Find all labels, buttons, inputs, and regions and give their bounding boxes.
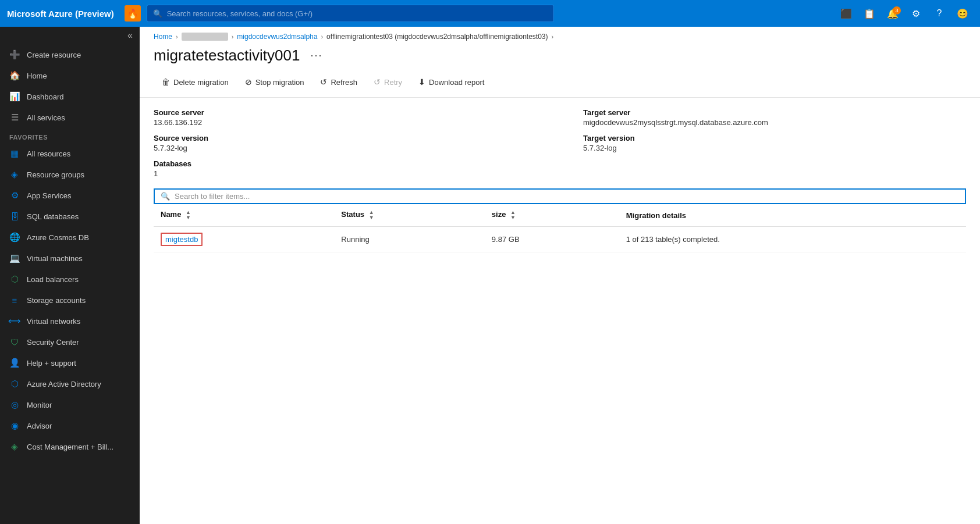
breadcrumb-sep-4: › [552, 33, 554, 40]
cloud-shell-button[interactable]: ⬛ [836, 3, 857, 24]
sidebar-item-cosmos-db[interactable]: 🌐Azure Cosmos DB [0, 227, 140, 248]
stop-icon: ⊘ [245, 77, 252, 87]
help-support-icon: 👤 [9, 358, 20, 368]
more-options-button[interactable]: ··· [307, 48, 326, 63]
breadcrumb-sep-3: › [321, 33, 323, 40]
source-server-label: Source server [154, 108, 537, 117]
sidebar-item-cost-management[interactable]: ◈Cost Management + Bill... [0, 436, 140, 457]
table-cell-size: 9.87 GB [485, 227, 619, 252]
sidebar-section-favorites-label: FAVORITES [0, 128, 140, 143]
retry-button[interactable]: ↺ Retry [365, 74, 410, 90]
breadcrumb-home[interactable]: Home [154, 33, 172, 41]
target-server-label: Target server [583, 108, 966, 117]
virtual-machines-icon: 💻 [9, 253, 20, 263]
search-input[interactable] [167, 9, 548, 18]
breadcrumb-sep-1: › [176, 33, 178, 40]
filter-search-icon: 🔍 [161, 192, 170, 201]
sort-name-icon: ▲▼ [186, 210, 191, 220]
sidebar-item-label-all-resources: All resources [27, 149, 70, 158]
refresh-icon: ↺ [320, 77, 327, 87]
sidebar-item-label-load-balancers: Load balancers [27, 275, 79, 284]
db-name-link[interactable]: migtestdb [161, 233, 203, 246]
breadcrumb-migration-test[interactable]: offlinemigrationtest03 (migdocdevwus2dms… [326, 33, 548, 41]
home-icon: 🏠 [9, 70, 20, 81]
delete-migration-button[interactable]: 🗑 Delete migration [154, 74, 237, 90]
search-icon: 🔍 [153, 9, 162, 18]
security-center-icon: 🛡 [9, 337, 20, 347]
target-version-label: Target version [583, 134, 966, 142]
directory-button[interactable]: 📋 [859, 3, 880, 24]
databases-field: Databases 1 [154, 159, 537, 178]
sidebar-item-resource-groups[interactable]: ◈Resource groups [0, 164, 140, 185]
sidebar-item-dashboard[interactable]: 📊Dashboard [0, 86, 140, 107]
sql-databases-icon: 🗄 [9, 211, 20, 222]
download-report-button[interactable]: ⬇ Download report [410, 74, 492, 90]
sidebar-item-security-center[interactable]: 🛡Security Center [0, 331, 140, 352]
source-version-value: 5.7.32-log [154, 144, 537, 152]
main-layout: « ➕Create resource🏠Home📊Dashboard☰All se… [0, 27, 980, 524]
sidebar-item-virtual-networks[interactable]: ⟺Virtual networks [0, 311, 140, 331]
sidebar-item-home[interactable]: 🏠Home [0, 65, 140, 86]
col-status[interactable]: Status ▲▼ [334, 204, 485, 227]
all-services-icon: ☰ [9, 112, 20, 123]
data-table: Name ▲▼ Status ▲▼ size ▲▼ Migration de [154, 204, 966, 252]
sidebar-item-label-virtual-networks: Virtual networks [27, 317, 80, 326]
breadcrumb-blurred[interactable] [182, 33, 228, 41]
load-balancers-icon: ⬡ [9, 274, 20, 284]
info-section: Source server 13.66.136.192 Target serve… [140, 98, 980, 188]
sidebar-item-label-azure-ad: Azure Active Directory [27, 380, 101, 388]
resource-groups-icon: ◈ [9, 169, 20, 180]
sidebar-item-azure-ad[interactable]: ⬡Azure Active Directory [0, 373, 140, 394]
page-header: migratetestactivity001 ··· [140, 41, 980, 74]
sidebar-item-sql-databases[interactable]: 🗄SQL databases [0, 206, 140, 227]
sidebar-item-storage-accounts[interactable]: ≡Storage accounts [0, 290, 140, 311]
sidebar-item-app-services[interactable]: ⚙App Services [0, 185, 140, 206]
sidebar-item-label-monitor: Monitor [27, 401, 52, 409]
account-button[interactable]: 😊 [952, 3, 973, 24]
notifications-button[interactable]: 🔔 3 [882, 3, 903, 24]
sidebar-item-label-cosmos-db: Azure Cosmos DB [27, 233, 89, 242]
col-size[interactable]: size ▲▼ [485, 204, 619, 227]
sidebar-item-monitor[interactable]: ◎Monitor [0, 394, 140, 415]
filter-input[interactable] [175, 192, 959, 201]
sidebar-item-label-create-resource: Create resource [27, 51, 81, 59]
search-bar[interactable]: 🔍 [147, 5, 554, 22]
content-area: Home › › migdocdevwus2dmsalpha › offline… [140, 27, 980, 524]
topbar-actions: ⬛ 📋 🔔 3 ⚙ ? 😊 [836, 3, 973, 24]
toolbar: 🗑 Delete migration ⊘ Stop migration ↺ Re… [140, 74, 980, 98]
filter-bar[interactable]: 🔍 [154, 188, 966, 204]
col-name[interactable]: Name ▲▼ [154, 204, 334, 227]
sidebar-collapse-button[interactable]: « [0, 27, 140, 44]
sidebar-item-create-resource[interactable]: ➕Create resource [0, 44, 140, 65]
all-resources-icon: ▦ [9, 148, 20, 159]
cost-management-icon: ◈ [9, 441, 20, 452]
sidebar-item-help-support[interactable]: 👤Help + support [0, 352, 140, 373]
azure-ad-icon: ⬡ [9, 379, 20, 389]
help-button[interactable]: ? [929, 3, 950, 24]
table-cell-migration-details: 1 of 213 table(s) completed. [619, 227, 966, 252]
sidebar-item-label-home: Home [27, 72, 47, 80]
dashboard-icon: 📊 [9, 91, 20, 102]
sidebar-item-all-services[interactable]: ☰All services [0, 107, 140, 128]
create-resource-icon: ➕ [9, 49, 20, 60]
virtual-networks-icon: ⟺ [9, 316, 20, 326]
sidebar-item-advisor[interactable]: ◉Advisor [0, 415, 140, 436]
settings-button[interactable]: ⚙ [906, 3, 926, 24]
data-table-wrap: Name ▲▼ Status ▲▼ size ▲▼ Migration de [154, 204, 966, 524]
col-migration-details: Migration details [619, 204, 966, 227]
stop-migration-button[interactable]: ⊘ Stop migration [237, 74, 313, 90]
advisor-icon: ◉ [9, 420, 20, 431]
refresh-label: Refresh [331, 78, 357, 87]
breadcrumb-sep-2: › [232, 33, 234, 40]
sidebar-item-label-resource-groups: Resource groups [27, 170, 84, 179]
sidebar-item-label-security-center: Security Center [27, 338, 79, 347]
breadcrumb-dms-alpha[interactable]: migdocdevwus2dmsalpha [237, 33, 317, 41]
sidebar-item-virtual-machines[interactable]: 💻Virtual machines [0, 248, 140, 269]
monitor-icon: ◎ [9, 400, 20, 410]
sort-size-icon: ▲▼ [510, 210, 516, 220]
refresh-button[interactable]: ↺ Refresh [312, 74, 365, 90]
sidebar-item-load-balancers[interactable]: ⬡Load balancers [0, 269, 140, 290]
sidebar-item-label-help-support: Help + support [27, 359, 76, 368]
sidebar: « ➕Create resource🏠Home📊Dashboard☰All se… [0, 27, 140, 524]
sidebar-item-all-resources[interactable]: ▦All resources [0, 143, 140, 164]
